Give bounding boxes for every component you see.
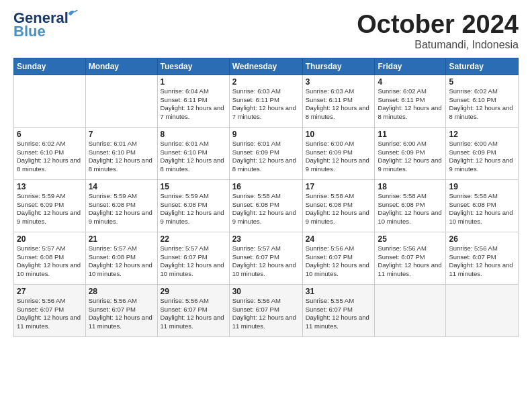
day-number: 7 (89, 130, 154, 139)
day-info: Sunrise: 5:58 AMSunset: 6:08 PMDaylight:… (449, 192, 515, 226)
sunrise-text: Sunrise: 5:57 AM (161, 244, 226, 253)
calendar-cell: 19Sunrise: 5:58 AMSunset: 6:08 PMDayligh… (446, 179, 519, 232)
calendar-cell: 1Sunrise: 6:04 AMSunset: 6:11 PMDaylight… (157, 75, 229, 127)
calendar-cell: 24Sunrise: 5:56 AMSunset: 6:07 PMDayligh… (302, 232, 375, 284)
calendar-cell: 7Sunrise: 6:01 AMSunset: 6:10 PMDaylight… (85, 127, 157, 179)
daylight-text: Daylight: 12 hours and 11 minutes. (449, 261, 515, 279)
day-info: Sunrise: 5:58 AMSunset: 6:08 PMDaylight:… (378, 192, 443, 226)
daylight-text: Daylight: 12 hours and 8 minutes. (161, 156, 226, 174)
calendar-cell: 4Sunrise: 6:02 AMSunset: 6:11 PMDaylight… (375, 75, 446, 127)
sunset-text: Sunset: 6:08 PM (89, 201, 154, 210)
calendar-cell: 26Sunrise: 5:56 AMSunset: 6:07 PMDayligh… (446, 232, 519, 284)
page-container: General Blue October 2024 Batumandi, Ind… (0, 0, 532, 344)
sunset-text: Sunset: 6:07 PM (378, 253, 443, 262)
col-monday: Monday (85, 58, 157, 75)
calendar-cell: 6Sunrise: 6:02 AMSunset: 6:10 PMDaylight… (14, 127, 86, 179)
sunset-text: Sunset: 6:07 PM (232, 253, 300, 262)
daylight-text: Daylight: 12 hours and 9 minutes. (232, 209, 300, 226)
day-number: 25 (378, 234, 443, 244)
daylight-text: Daylight: 12 hours and 7 minutes. (161, 104, 226, 122)
day-info: Sunrise: 5:59 AMSunset: 6:08 PMDaylight:… (161, 192, 226, 226)
calendar-week-row: 1Sunrise: 6:04 AMSunset: 6:11 PMDaylight… (14, 75, 519, 127)
sunrise-text: Sunrise: 6:01 AM (161, 140, 226, 148)
day-info: Sunrise: 6:00 AMSunset: 6:09 PMDaylight:… (449, 140, 515, 174)
sunrise-text: Sunrise: 5:57 AM (232, 244, 300, 253)
sunset-text: Sunset: 6:10 PM (17, 148, 83, 157)
day-info: Sunrise: 5:57 AMSunset: 6:07 PMDaylight:… (161, 244, 226, 279)
col-sunday: Sunday (14, 58, 86, 75)
daylight-text: Daylight: 12 hours and 9 minutes. (449, 156, 515, 174)
sunset-text: Sunset: 6:08 PM (378, 201, 443, 210)
daylight-text: Daylight: 12 hours and 7 minutes. (232, 104, 300, 122)
sunrise-text: Sunrise: 5:56 AM (161, 297, 226, 306)
sunset-text: Sunset: 6:11 PM (378, 96, 443, 105)
calendar-cell: 23Sunrise: 5:57 AMSunset: 6:07 PMDayligh… (229, 232, 302, 284)
day-number: 18 (378, 182, 443, 191)
sunrise-text: Sunrise: 5:59 AM (161, 192, 226, 201)
calendar-cell: 21Sunrise: 5:57 AMSunset: 6:08 PMDayligh… (85, 232, 157, 284)
daylight-text: Daylight: 12 hours and 9 minutes. (161, 209, 226, 226)
sunrise-text: Sunrise: 6:02 AM (17, 140, 83, 148)
day-number: 26 (449, 234, 515, 244)
day-info: Sunrise: 6:01 AMSunset: 6:10 PMDaylight:… (89, 140, 154, 174)
day-info: Sunrise: 5:57 AMSunset: 6:08 PMDaylight:… (89, 244, 154, 279)
day-info: Sunrise: 5:59 AMSunset: 6:09 PMDaylight:… (17, 192, 83, 226)
sunset-text: Sunset: 6:07 PM (161, 253, 226, 262)
calendar-cell: 9Sunrise: 6:01 AMSunset: 6:09 PMDaylight… (229, 127, 302, 179)
day-info: Sunrise: 6:04 AMSunset: 6:11 PMDaylight:… (161, 87, 226, 122)
day-number: 22 (161, 234, 226, 244)
calendar-cell: 28Sunrise: 5:56 AMSunset: 6:07 PMDayligh… (85, 284, 157, 336)
calendar-cell: 2Sunrise: 6:03 AMSunset: 6:11 PMDaylight… (229, 75, 302, 127)
calendar-cell: 27Sunrise: 5:56 AMSunset: 6:07 PMDayligh… (14, 284, 86, 336)
month-title: October 2024 (357, 11, 519, 39)
sunrise-text: Sunrise: 6:01 AM (232, 140, 300, 148)
logo-bird-icon (67, 8, 78, 19)
calendar-header-row: Sunday Monday Tuesday Wednesday Thursday… (14, 58, 519, 75)
sunrise-text: Sunrise: 5:59 AM (89, 192, 154, 201)
location: Batumandi, Indonesia (357, 39, 519, 51)
sunset-text: Sunset: 6:09 PM (449, 148, 515, 157)
calendar-cell (375, 284, 446, 336)
sunrise-text: Sunrise: 5:56 AM (378, 244, 443, 253)
day-info: Sunrise: 5:55 AMSunset: 6:07 PMDaylight:… (306, 297, 372, 331)
sunset-text: Sunset: 6:08 PM (89, 253, 154, 262)
calendar-week-row: 20Sunrise: 5:57 AMSunset: 6:08 PMDayligh… (14, 232, 519, 284)
daylight-text: Daylight: 12 hours and 10 minutes. (378, 209, 443, 226)
daylight-text: Daylight: 12 hours and 11 minutes. (378, 261, 443, 279)
day-info: Sunrise: 6:02 AMSunset: 6:10 PMDaylight:… (449, 87, 515, 122)
sunrise-text: Sunrise: 5:56 AM (449, 244, 515, 253)
calendar-cell: 8Sunrise: 6:01 AMSunset: 6:10 PMDaylight… (157, 127, 229, 179)
day-number: 8 (161, 130, 226, 139)
daylight-text: Daylight: 12 hours and 8 minutes. (306, 104, 372, 122)
sunset-text: Sunset: 6:09 PM (306, 148, 372, 157)
calendar-cell: 25Sunrise: 5:56 AMSunset: 6:07 PMDayligh… (375, 232, 446, 284)
day-info: Sunrise: 5:56 AMSunset: 6:07 PMDaylight:… (17, 297, 83, 331)
sunrise-text: Sunrise: 6:04 AM (161, 87, 226, 96)
daylight-text: Daylight: 12 hours and 8 minutes. (89, 156, 154, 174)
calendar-table: Sunday Monday Tuesday Wednesday Thursday… (13, 58, 519, 337)
day-number: 4 (378, 77, 443, 87)
day-number: 20 (17, 234, 83, 244)
daylight-text: Daylight: 12 hours and 9 minutes. (378, 156, 443, 174)
calendar-cell: 14Sunrise: 5:59 AMSunset: 6:08 PMDayligh… (85, 179, 157, 232)
sunset-text: Sunset: 6:07 PM (89, 306, 154, 314)
sunset-text: Sunset: 6:09 PM (232, 148, 300, 157)
day-number: 24 (306, 234, 372, 244)
daylight-text: Daylight: 12 hours and 10 minutes. (306, 261, 372, 279)
daylight-text: Daylight: 12 hours and 8 minutes. (17, 156, 83, 174)
sunrise-text: Sunrise: 6:00 AM (306, 140, 372, 148)
sunset-text: Sunset: 6:07 PM (161, 306, 226, 314)
sunrise-text: Sunrise: 6:00 AM (449, 140, 515, 148)
sunrise-text: Sunrise: 6:03 AM (306, 87, 372, 96)
day-number: 23 (232, 234, 300, 244)
day-info: Sunrise: 5:56 AMSunset: 6:07 PMDaylight:… (306, 244, 372, 279)
calendar-cell: 30Sunrise: 5:56 AMSunset: 6:07 PMDayligh… (229, 284, 302, 336)
day-number: 31 (306, 287, 372, 296)
daylight-text: Daylight: 12 hours and 9 minutes. (89, 209, 154, 226)
daylight-text: Daylight: 12 hours and 10 minutes. (232, 261, 300, 279)
calendar-cell: 18Sunrise: 5:58 AMSunset: 6:08 PMDayligh… (375, 179, 446, 232)
calendar-cell: 29Sunrise: 5:56 AMSunset: 6:07 PMDayligh… (157, 284, 229, 336)
calendar-cell: 22Sunrise: 5:57 AMSunset: 6:07 PMDayligh… (157, 232, 229, 284)
sunrise-text: Sunrise: 5:59 AM (17, 192, 83, 201)
daylight-text: Daylight: 12 hours and 11 minutes. (161, 314, 226, 331)
